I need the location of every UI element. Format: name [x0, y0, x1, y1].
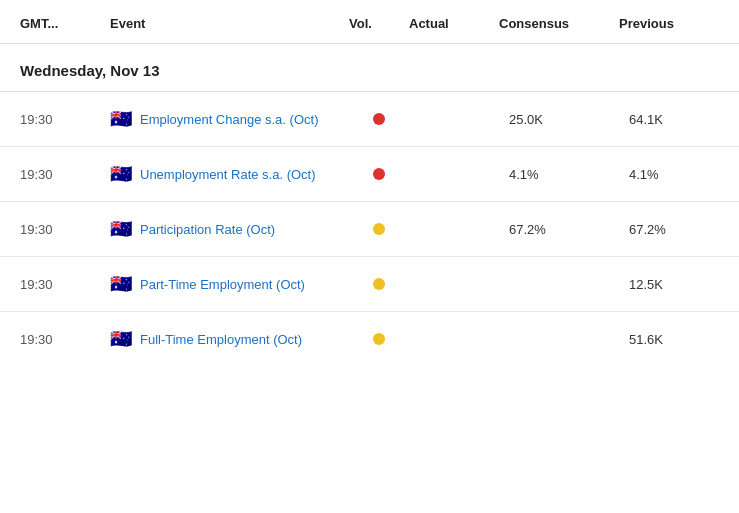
date-section: Wednesday, Nov 13 [0, 44, 739, 92]
event-cell: 🇦🇺 Full-Time Employment (Oct) [110, 328, 349, 350]
previous-value: 67.2% [619, 222, 719, 237]
event-name[interactable]: Part-Time Employment (Oct) [140, 277, 305, 292]
vol-dot [373, 168, 385, 180]
table-row: 19:30 🇦🇺 Full-Time Employment (Oct) 51.6… [0, 312, 739, 366]
event-time: 19:30 [20, 112, 110, 127]
flag-icon: 🇦🇺 [110, 108, 132, 130]
consensus-value: 4.1% [499, 167, 619, 182]
vol-dot [373, 278, 385, 290]
event-time: 19:30 [20, 167, 110, 182]
table-row: 19:30 🇦🇺 Employment Change s.a. (Oct) 25… [0, 92, 739, 147]
previous-value: 64.1K [619, 112, 719, 127]
vol-cell [349, 168, 409, 180]
consensus-value: 25.0K [499, 112, 619, 127]
vol-dot [373, 113, 385, 125]
event-name[interactable]: Full-Time Employment (Oct) [140, 332, 302, 347]
flag-icon: 🇦🇺 [110, 218, 132, 240]
header-actual: Actual [409, 16, 499, 31]
event-time: 19:30 [20, 222, 110, 237]
event-name[interactable]: Unemployment Rate s.a. (Oct) [140, 167, 316, 182]
event-cell: 🇦🇺 Employment Change s.a. (Oct) [110, 108, 349, 130]
vol-cell [349, 223, 409, 235]
event-time: 19:30 [20, 332, 110, 347]
event-name[interactable]: Participation Rate (Oct) [140, 222, 275, 237]
vol-dot [373, 223, 385, 235]
table-row: 19:30 🇦🇺 Participation Rate (Oct) 67.2% … [0, 202, 739, 257]
event-cell: 🇦🇺 Unemployment Rate s.a. (Oct) [110, 163, 349, 185]
table-header: GMT... Event Vol. Actual Consensus Previ… [0, 0, 739, 44]
main-container: GMT... Event Vol. Actual Consensus Previ… [0, 0, 739, 513]
header-consensus: Consensus [499, 16, 619, 31]
flag-icon: 🇦🇺 [110, 328, 132, 350]
vol-cell [349, 333, 409, 345]
event-cell: 🇦🇺 Participation Rate (Oct) [110, 218, 349, 240]
vol-dot [373, 333, 385, 345]
event-time: 19:30 [20, 277, 110, 292]
vol-cell [349, 278, 409, 290]
header-gmt: GMT... [20, 16, 110, 31]
event-cell: 🇦🇺 Part-Time Employment (Oct) [110, 273, 349, 295]
events-list: 19:30 🇦🇺 Employment Change s.a. (Oct) 25… [0, 92, 739, 366]
table-row: 19:30 🇦🇺 Unemployment Rate s.a. (Oct) 4.… [0, 147, 739, 202]
previous-value: 51.6K [619, 332, 719, 347]
header-previous: Previous [619, 16, 719, 31]
vol-cell [349, 113, 409, 125]
header-vol: Vol. [349, 16, 409, 31]
previous-value: 4.1% [619, 167, 719, 182]
table-row: 19:30 🇦🇺 Part-Time Employment (Oct) 12.5… [0, 257, 739, 312]
consensus-value: 67.2% [499, 222, 619, 237]
previous-value: 12.5K [619, 277, 719, 292]
flag-icon: 🇦🇺 [110, 163, 132, 185]
event-name[interactable]: Employment Change s.a. (Oct) [140, 112, 318, 127]
flag-icon: 🇦🇺 [110, 273, 132, 295]
header-event: Event [110, 16, 349, 31]
